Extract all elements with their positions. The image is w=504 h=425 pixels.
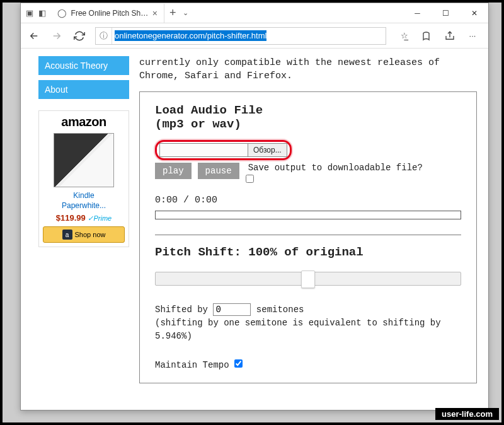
time-display: 0:00 / 0:00 (155, 195, 461, 206)
load-audio-heading: Load Audio File (mp3 or wav) (155, 103, 461, 131)
prime-badge: ✓Prime (88, 214, 112, 222)
close-window-button[interactable]: ✕ (460, 3, 488, 23)
maintain-tempo-label: Maintain Tempo (155, 360, 229, 370)
ad-product-link[interactable]: KindlePaperwhite... (43, 191, 125, 211)
close-icon[interactable]: × (152, 9, 158, 18)
play-button[interactable]: play (155, 163, 192, 179)
chevron-down-icon[interactable]: ⌄ (183, 9, 188, 17)
file-path-field[interactable] (159, 143, 248, 157)
refresh-button[interactable] (72, 29, 86, 43)
semitone-suffix: semitones (256, 305, 304, 315)
sidebar-item-acoustic-theory[interactable]: Acoustic Theory (38, 56, 129, 75)
pitch-shifter-panel: Load Audio File (mp3 or wav) Обзор... pl… (139, 91, 477, 383)
favorites-button[interactable]: ☆̲ (398, 29, 411, 43)
more-button[interactable]: ··· (466, 29, 479, 43)
save-output-checkbox[interactable] (246, 175, 254, 183)
minimize-button[interactable]: ─ (403, 3, 432, 23)
slider-thumb[interactable] (301, 271, 315, 288)
tab-aside-icon[interactable]: ◧ (37, 8, 47, 18)
site-info-icon[interactable]: ⓘ (96, 28, 112, 44)
save-output-label: Save output to downloadable file? (248, 163, 423, 173)
amazon-logo: amazon (43, 115, 125, 129)
reading-list-button[interactable] (420, 29, 434, 43)
intro-text: currently only compatible with the newes… (139, 56, 477, 83)
forward-button[interactable] (50, 29, 64, 43)
tab-title: Free Online Pitch Shifte (71, 9, 149, 18)
divider (155, 235, 461, 235)
watermark: user-life.com (435, 408, 499, 420)
browser-tab[interactable]: ◯ Free Online Pitch Shifte × (51, 4, 164, 23)
main-content: currently only compatible with the newes… (139, 56, 477, 405)
site-favicon-icon: ◯ (57, 8, 67, 18)
back-button[interactable] (27, 29, 41, 43)
semitone-prefix: Shifted by (155, 305, 208, 315)
annotation-highlight: Обзор... (155, 140, 292, 160)
file-input[interactable]: Обзор... (159, 143, 287, 157)
maximize-button[interactable]: ☐ (432, 3, 460, 23)
audio-progress-bar[interactable] (155, 211, 461, 219)
semitone-note: (shifting by one semitone is equivalent … (155, 318, 441, 341)
ad-price: $119.99 (56, 213, 86, 223)
pause-button[interactable]: pause (198, 163, 239, 179)
share-button[interactable] (443, 29, 457, 43)
new-tab-button[interactable]: + (169, 6, 176, 20)
tab-preview-icon[interactable]: ▣ (25, 8, 35, 18)
toolbar: ⓘ onlinetonegenerator.com/pitch-shifter.… (21, 23, 488, 49)
titlebar: ▣ ◧ ◯ Free Online Pitch Shifte × + ⌄ ─ ☐… (21, 3, 488, 23)
address-bar[interactable]: ⓘ onlinetonegenerator.com/pitch-shifter.… (95, 27, 386, 45)
semitone-input[interactable] (213, 303, 251, 316)
amazon-icon: a (62, 230, 72, 240)
maintain-tempo-checkbox[interactable] (234, 359, 243, 368)
sidebar: Acoustic Theory About amazon KindlePaper… (38, 56, 129, 405)
browse-button[interactable]: Обзор... (248, 143, 287, 157)
ad-product-image (54, 133, 114, 187)
shop-now-button[interactable]: a Shop now (43, 226, 125, 243)
sidebar-item-about[interactable]: About (38, 80, 129, 99)
advertisement[interactable]: amazon KindlePaperwhite... $119.99 ✓Prim… (38, 110, 129, 247)
pitch-slider[interactable] (155, 272, 461, 286)
pitch-shift-heading: Pitch Shift: 100% of original (155, 245, 461, 259)
url-text: onlinetonegenerator.com/pitch-shifter.ht… (112, 31, 386, 40)
browser-window: ▣ ◧ ◯ Free Online Pitch Shifte × + ⌄ ─ ☐… (20, 3, 489, 410)
